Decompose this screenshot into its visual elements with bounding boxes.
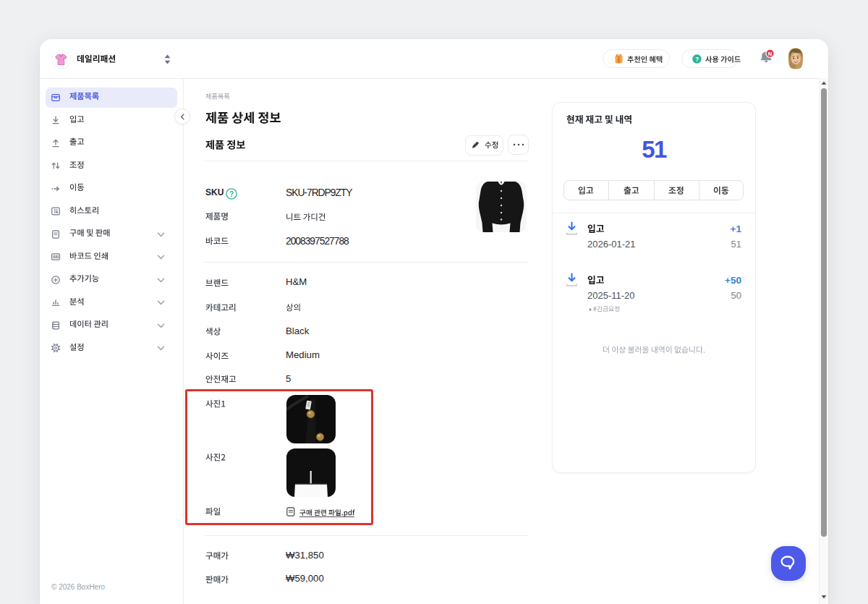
svg-text:?: ?: [695, 56, 699, 63]
svg-text:N: N: [768, 51, 772, 57]
svg-text:?: ?: [229, 190, 234, 198]
